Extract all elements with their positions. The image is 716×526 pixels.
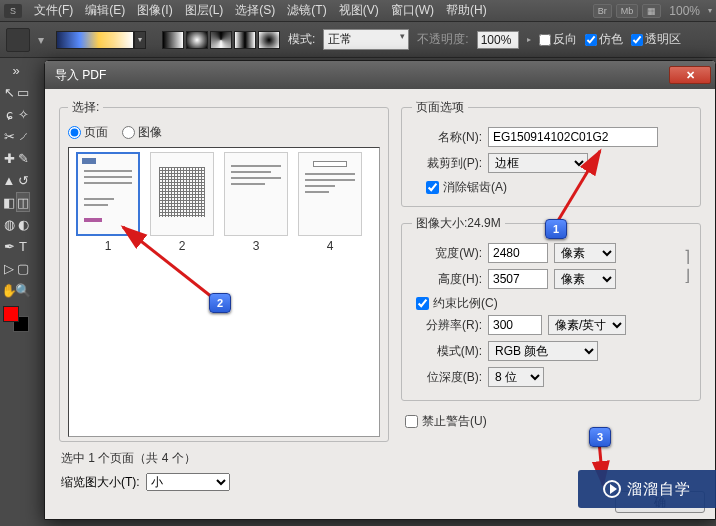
color-mode-select[interactable]: RGB 颜色	[488, 341, 598, 361]
gradient-diamond-icon[interactable]	[258, 31, 280, 49]
blur-tool-icon[interactable]: ◍	[2, 214, 16, 234]
gradient-reflected-icon[interactable]	[234, 31, 256, 49]
menu-file[interactable]: 文件(F)	[28, 0, 79, 21]
bit-depth-select[interactable]: 8 位	[488, 367, 544, 387]
eyedropper-tool-icon[interactable]: ⟋	[16, 126, 30, 146]
active-tool-icon[interactable]	[6, 28, 30, 52]
menu-help[interactable]: 帮助(H)	[440, 0, 493, 21]
select-fieldset: 选择: 页面 图像 1	[59, 99, 389, 442]
page-thumb-2-label: 2	[179, 236, 186, 253]
callout-2: 2	[209, 293, 231, 313]
shape-tool-icon[interactable]: ▢	[16, 258, 30, 278]
reverse-label: 反向	[553, 31, 577, 48]
opacity-label: 不透明度:	[417, 31, 468, 48]
brush-tool-icon[interactable]: ✎	[16, 148, 30, 168]
menu-view[interactable]: 视图(V)	[333, 0, 385, 21]
zoom-chevron-icon[interactable]: ▾	[708, 6, 712, 15]
menu-window[interactable]: 窗口(W)	[385, 0, 440, 21]
dialog-titlebar[interactable]: 导入 PDF ✕	[45, 61, 715, 89]
eraser-tool-icon[interactable]: ◧	[2, 192, 16, 212]
width-input[interactable]	[488, 243, 548, 263]
image-size-fieldset: 图像大小:24.9M 宽度(W): 像素 高度(H): 像素	[401, 215, 701, 401]
constrain-checkbox[interactable]	[416, 297, 429, 310]
page-options-fieldset: 页面选项 名称(N): 裁剪到(P): 边框 消除锯齿(A)	[401, 99, 701, 207]
suppress-warnings-label: 禁止警告(U)	[422, 413, 487, 430]
height-unit-select[interactable]: 像素	[554, 269, 616, 289]
blend-mode-select[interactable]: 正常	[323, 29, 409, 50]
dither-checkbox[interactable]: 仿色	[585, 31, 623, 48]
resolution-unit-select[interactable]: 像素/英寸	[548, 315, 626, 335]
opacity-chevron-icon[interactable]: ▸	[527, 35, 531, 44]
menu-bar: S 文件(F) 编辑(E) 图像(I) 图层(L) 选择(S) 滤镜(T) 视图…	[0, 0, 716, 22]
wand-tool-icon[interactable]: ✧	[16, 104, 30, 124]
opacity-input[interactable]: 100%	[477, 31, 519, 49]
dialog-title: 导入 PDF	[55, 67, 669, 84]
image-size-legend: 图像大小:24.9M	[412, 215, 505, 232]
badge-bridge[interactable]: Br	[593, 4, 612, 18]
select-legend: 选择:	[68, 99, 103, 116]
color-mode-label: 模式(M):	[412, 343, 482, 360]
antialias-checkbox[interactable]	[426, 181, 439, 194]
dither-label: 仿色	[599, 31, 623, 48]
name-label: 名称(N):	[412, 129, 482, 146]
radio-image[interactable]: 图像	[122, 124, 162, 141]
page-thumb-4[interactable]: 4	[295, 152, 365, 253]
menu-filter[interactable]: 滤镜(T)	[281, 0, 332, 21]
gradient-picker-chevron-icon[interactable]: ▾	[134, 31, 146, 49]
foreground-color-swatch[interactable]	[3, 306, 19, 322]
crop-select[interactable]: 边框	[488, 153, 588, 173]
expand-palette-icon[interactable]: »	[4, 60, 28, 80]
callout-3: 3	[589, 427, 611, 447]
page-thumb-3[interactable]: 3	[221, 152, 291, 253]
callout-1: 1	[545, 219, 567, 239]
pen-tool-icon[interactable]: ✒	[2, 236, 16, 256]
path-select-tool-icon[interactable]: ▷	[2, 258, 16, 278]
transparent-checkbox[interactable]: 透明区	[631, 31, 681, 48]
heal-tool-icon[interactable]: ✚	[2, 148, 16, 168]
close-button[interactable]: ✕	[669, 66, 711, 84]
page-thumb-1[interactable]: 1	[73, 152, 143, 253]
hand-tool-icon[interactable]: ✋	[2, 280, 16, 300]
page-thumb-2[interactable]: 2	[147, 152, 217, 253]
radio-image-label: 图像	[138, 124, 162, 141]
badge-mb[interactable]: Mb	[616, 4, 639, 18]
gradient-tool-icon[interactable]: ◫	[16, 192, 30, 212]
tool-palette: » ↖▭ ɕ✧ ✂⟋ ✚✎ ▲↺ ◧◫ ◍◐ ✒T ▷▢ ✋🔍	[0, 58, 32, 332]
menu-select[interactable]: 选择(S)	[229, 0, 281, 21]
name-input[interactable]	[488, 127, 658, 147]
menu-layer[interactable]: 图层(L)	[179, 0, 230, 21]
menu-edit[interactable]: 编辑(E)	[79, 0, 131, 21]
gradient-linear-icon[interactable]	[162, 31, 184, 49]
menu-image[interactable]: 图像(I)	[131, 0, 178, 21]
tool-preset-chevron-icon[interactable]: ▾	[38, 33, 48, 47]
type-tool-icon[interactable]: T	[16, 236, 30, 256]
stamp-tool-icon[interactable]: ▲	[2, 170, 16, 190]
crop-label: 裁剪到(P):	[412, 155, 482, 172]
lasso-tool-icon[interactable]: ɕ	[2, 104, 16, 124]
height-label: 高度(H):	[412, 271, 482, 288]
suppress-warnings-checkbox[interactable]	[405, 415, 418, 428]
gradient-preview[interactable]	[56, 31, 134, 49]
width-unit-select[interactable]: 像素	[554, 243, 616, 263]
crop-tool-icon[interactable]: ✂	[2, 126, 16, 146]
import-pdf-dialog: 导入 PDF ✕ 选择: 页面 图像	[44, 60, 716, 520]
zoom-display[interactable]: 100%	[665, 4, 704, 18]
thumbnail-grid[interactable]: 1 2 3	[68, 147, 380, 437]
thumb-size-select[interactable]: 小	[146, 473, 230, 491]
marquee-tool-icon[interactable]: ▭	[16, 82, 30, 102]
history-brush-tool-icon[interactable]: ↺	[16, 170, 30, 190]
antialias-label: 消除锯齿(A)	[443, 179, 507, 196]
color-swatches[interactable]	[3, 306, 29, 332]
height-input[interactable]	[488, 269, 548, 289]
constrain-label: 约束比例(C)	[433, 295, 498, 312]
radio-page[interactable]: 页面	[68, 124, 108, 141]
reverse-checkbox[interactable]: 反向	[539, 31, 577, 48]
link-dimensions-icon[interactable]: ⌉⌋	[684, 247, 690, 285]
move-tool-icon[interactable]: ↖	[2, 82, 16, 102]
gradient-angle-icon[interactable]	[210, 31, 232, 49]
gradient-radial-icon[interactable]	[186, 31, 208, 49]
badge-layout-icon[interactable]: ▦	[642, 4, 661, 18]
zoom-tool-icon[interactable]: 🔍	[16, 280, 30, 300]
resolution-input[interactable]	[488, 315, 542, 335]
dodge-tool-icon[interactable]: ◐	[16, 214, 30, 234]
